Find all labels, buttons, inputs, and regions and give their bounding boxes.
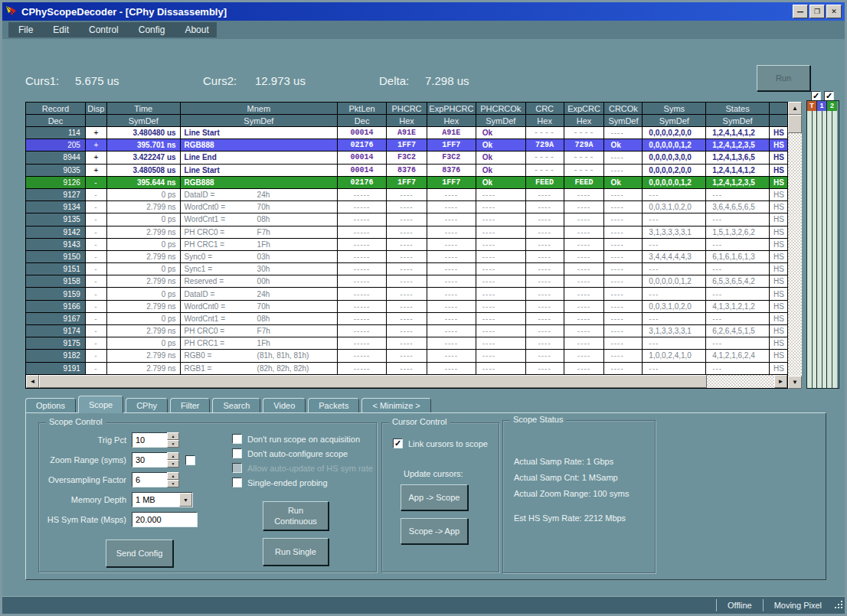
dont-run-scope-checkbox[interactable] (232, 434, 242, 444)
column-header[interactable]: SymDef (643, 115, 706, 126)
column-header[interactable]: SymDef (107, 115, 181, 126)
table-row-9126[interactable]: 9126-395.644 nsRGB888021761FF71FF7OkFEED… (26, 177, 787, 189)
tab-options[interactable]: Options (25, 398, 76, 413)
vscroll-track[interactable] (788, 133, 802, 376)
tab-scope[interactable]: Scope (78, 396, 123, 413)
spin-up-icon[interactable]: ▲ (167, 452, 179, 460)
close-button[interactable]: ✕ (826, 5, 842, 18)
table-row-9151[interactable]: 9151-0 psSync1 =30h---------------------… (26, 263, 787, 275)
zoom-range-checkbox[interactable] (185, 455, 195, 465)
link-cursors-checkbox[interactable]: ✓ (393, 438, 403, 448)
scope-to-app-button[interactable]: Scope -> App (401, 518, 468, 544)
app-to-scope-button[interactable]: App -> Scope (401, 484, 468, 510)
table-row-205[interactable]: 205+395.701 nsRGB888021761FF71FF7Ok729A7… (26, 139, 787, 152)
tab-minimize[interactable]: < Minimize > (361, 398, 430, 413)
table-row-9158[interactable]: 9158-2.799 nsReserved =00h--------------… (26, 275, 787, 288)
column-header[interactable]: Dec (26, 115, 86, 126)
column-header[interactable]: SymDef (181, 115, 338, 126)
tab-filter[interactable]: Filter (170, 398, 210, 413)
table-row-9166[interactable]: 9166-2.799 nsWordCnt0 =70h--------------… (26, 301, 787, 313)
column-header[interactable]: Record (26, 103, 86, 114)
table-row-9150[interactable]: 9150-2.799 nsSync0 =03h-----------------… (26, 251, 787, 263)
table-row-8944[interactable]: 8944+3.422247 usLine End00014F3C2F3C2Ok-… (26, 152, 787, 164)
column-header[interactable]: ExpCRC (564, 103, 605, 114)
column-header[interactable] (770, 115, 787, 126)
table-row-9167[interactable]: 9167-0 psWordCnt1 =08h------------------… (26, 313, 787, 325)
single-ended-probing-checkbox[interactable] (232, 477, 242, 487)
vscroll-thumb[interactable] (788, 115, 802, 133)
scroll-down-icon[interactable]: ▼ (788, 376, 802, 389)
table-row-9143[interactable]: 9143-0 psPH CRC1 =1Fh-------------------… (26, 239, 787, 251)
column-header[interactable]: Hex (387, 115, 427, 126)
column-header[interactable]: PHCRC (387, 103, 427, 114)
menu-item-config[interactable]: Config (129, 24, 175, 35)
table-row-9127[interactable]: 9127-0 psDataID =24h--------------------… (26, 189, 787, 201)
scroll-up-icon[interactable]: ▲ (788, 102, 802, 115)
hs-sym-rate-input[interactable]: 20.000 (132, 512, 198, 527)
table-row-9175[interactable]: 9175-0 psPH CRC1 =1Fh-------------------… (26, 337, 787, 350)
menu-item-about[interactable]: About (175, 24, 218, 35)
trace-lane-t[interactable]: T (807, 101, 817, 388)
column-header[interactable]: Hex (427, 115, 476, 126)
column-header[interactable]: Mnem (181, 103, 338, 114)
tab-cphy[interactable]: CPhy (126, 398, 168, 413)
column-header[interactable]: Syms (643, 103, 706, 114)
trace-lane-2[interactable]: 2 (827, 101, 837, 388)
table-vertical-scrollbar[interactable]: ▲ ▼ (788, 102, 802, 389)
run-continuous-button[interactable]: Run Continuous (263, 501, 329, 530)
tab-video[interactable]: Video (263, 398, 306, 413)
table-row-9191[interactable]: 9191-2.799 nsRGB1 =(82h, 82h, 82h)------… (26, 363, 787, 375)
table-row-9142[interactable]: 9142-2.799 nsPH CRC0 =F7h---------------… (26, 227, 787, 239)
column-header[interactable] (770, 103, 787, 114)
table-row-9134[interactable]: 9134-2.799 nsWordCnt0 =70h--------------… (26, 201, 787, 213)
table-row-114[interactable]: 114+3.480480 usLine Start00014A91EA91EOk… (26, 127, 787, 139)
column-header[interactable]: Disp (86, 103, 107, 114)
table-row-9035[interactable]: 9035+3.480508 usLine Start0001483768376O… (26, 165, 787, 177)
run-button[interactable]: Run (757, 65, 810, 91)
send-config-button[interactable]: Send Config (106, 539, 173, 567)
maximize-button[interactable]: ❐ (809, 5, 825, 18)
column-header[interactable]: CRC (526, 103, 564, 114)
column-header[interactable]: SymDef (476, 115, 526, 126)
menu-item-file[interactable]: File (8, 24, 43, 35)
spin-down-icon[interactable]: ▼ (167, 440, 179, 448)
minimize-button[interactable]: — (793, 5, 808, 18)
dont-auto-configure-checkbox[interactable] (232, 448, 242, 458)
table-row-9135[interactable]: 9135-0 psWordCnt1 =08h------------------… (26, 213, 787, 226)
table-row-9182[interactable]: 9182-2.799 nsRGB0 =(81h, 81h, 81h)------… (26, 350, 787, 362)
scroll-right-icon[interactable]: ► (774, 375, 787, 388)
trig-pct-spinner[interactable]: ▲▼ (167, 432, 179, 448)
hscroll-thumb[interactable] (39, 375, 707, 388)
column-header[interactable]: States (706, 103, 770, 114)
column-header[interactable]: Hex (564, 115, 605, 126)
spin-down-icon[interactable]: ▼ (167, 480, 179, 487)
column-header[interactable]: ExpPHCRC (427, 103, 476, 114)
table-row-9159[interactable]: 9159-0 psDataID =24h--------------------… (26, 288, 787, 300)
oversampling-spinner[interactable]: ▲▼ (167, 472, 179, 487)
menu-item-control[interactable]: Control (79, 24, 129, 35)
allow-auto-update-checkbox[interactable] (232, 463, 242, 473)
zoom-range-spinner[interactable]: ▲▼ (167, 452, 179, 468)
run-single-button[interactable]: Run Single (263, 538, 329, 565)
table-row-9174[interactable]: 9174-2.799 nsPH CRC0 =F7h---------------… (26, 325, 787, 337)
column-header[interactable]: SymDef (604, 115, 643, 126)
tab-packets[interactable]: Packets (308, 398, 359, 413)
column-header[interactable]: SymDef (706, 115, 770, 126)
column-header[interactable]: PktLen (338, 103, 387, 114)
column-header[interactable]: Time (107, 103, 181, 114)
resize-grip[interactable] (834, 600, 845, 611)
column-header[interactable]: Dec (338, 115, 387, 126)
column-header[interactable]: PHCRCOk (476, 103, 526, 114)
table-horizontal-scrollbar[interactable]: ◄► (26, 375, 787, 388)
tab-search[interactable]: Search (212, 398, 260, 413)
hscroll-track[interactable] (707, 375, 774, 388)
scroll-left-icon[interactable]: ◄ (26, 375, 39, 388)
spin-up-icon[interactable]: ▲ (167, 432, 179, 440)
column-header[interactable] (86, 115, 107, 126)
spin-down-icon[interactable]: ▼ (167, 460, 179, 468)
trace-lane-1[interactable]: 1 (817, 101, 827, 388)
menu-item-edit[interactable]: Edit (43, 24, 79, 35)
column-header[interactable]: CRCOk (604, 103, 643, 114)
spin-up-icon[interactable]: ▲ (167, 472, 179, 480)
column-header[interactable]: Hex (526, 115, 564, 126)
